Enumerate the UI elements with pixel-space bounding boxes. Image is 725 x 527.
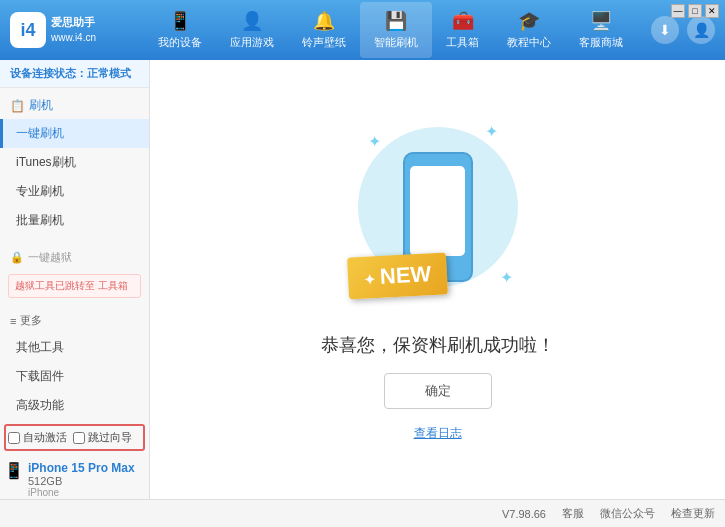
sidebar-item-itunes-flash[interactable]: iTunes刷机 bbox=[0, 148, 149, 177]
ringtones-icon: 🔔 bbox=[313, 10, 335, 32]
sidebar-item-other-tools[interactable]: 其他工具 bbox=[0, 333, 149, 362]
minimize-button[interactable]: — bbox=[671, 4, 685, 18]
phone-screen bbox=[410, 166, 465, 256]
version-label: V7.98.66 bbox=[502, 508, 546, 520]
log-link[interactable]: 查看日志 bbox=[414, 425, 462, 442]
sidebar-item-one-key-flash[interactable]: 一键刷机 bbox=[0, 119, 149, 148]
sidebar-warning: 越狱工具已跳转至 工具箱 bbox=[8, 274, 141, 298]
lock-icon: 🔒 bbox=[10, 251, 24, 264]
device-name: iPhone 15 Pro Max bbox=[28, 461, 135, 475]
tab-ringtones[interactable]: 🔔 铃声壁纸 bbox=[288, 2, 360, 58]
close-button[interactable]: ✕ bbox=[705, 4, 719, 18]
sparkle-icon-3: ✦ bbox=[500, 268, 513, 287]
nav-tabs: 📱 我的设备 👤 应用游戏 🔔 铃声壁纸 💾 智能刷机 🧰 工具箱 🎓 bbox=[130, 2, 651, 58]
auto-options-container: 自动激活 跳过向导 bbox=[4, 424, 145, 451]
device-details: iPhone 15 Pro Max 512GB iPhone bbox=[28, 461, 135, 498]
maximize-button[interactable]: □ bbox=[688, 4, 702, 18]
sidebar: 设备连接状态：正常模式 📋 刷机 一键刷机 iTunes刷机 专业刷机 批量刷机… bbox=[0, 60, 150, 499]
phone-illustration: ✦ ✦ ✦ NEW bbox=[358, 117, 518, 317]
header-actions: ⬇ 👤 bbox=[651, 16, 715, 44]
header: i4 爱思助手 www.i4.cn 📱 我的设备 👤 应用游戏 🔔 铃声壁纸 💾… bbox=[0, 0, 725, 60]
auto-activate-input[interactable] bbox=[8, 432, 20, 444]
logo-text: 爱思助手 www.i4.cn bbox=[51, 15, 96, 44]
tab-tutorial[interactable]: 🎓 教程中心 bbox=[493, 2, 565, 58]
my-device-icon: 📱 bbox=[169, 10, 191, 32]
main-layout: 设备连接状态：正常模式 📋 刷机 一键刷机 iTunes刷机 专业刷机 批量刷机… bbox=[0, 60, 725, 499]
sidebar-item-advanced[interactable]: 高级功能 bbox=[0, 391, 149, 420]
tab-toolbox[interactable]: 🧰 工具箱 bbox=[432, 2, 493, 58]
service-icon: 🖥️ bbox=[590, 10, 612, 32]
more-section-header: ≡ 更多 bbox=[0, 308, 149, 333]
confirm-button[interactable]: 确定 bbox=[384, 373, 492, 409]
footer-wechat[interactable]: 微信公众号 bbox=[600, 506, 655, 521]
tab-my-device[interactable]: 📱 我的设备 bbox=[144, 2, 216, 58]
sparkle-icon-1: ✦ bbox=[368, 132, 381, 151]
smart-flash-icon: 💾 bbox=[385, 10, 407, 32]
flash-section: 📋 刷机 一键刷机 iTunes刷机 专业刷机 批量刷机 bbox=[0, 88, 149, 239]
content-area: ✦ ✦ ✦ NEW 恭喜您，保资料刷机成功啦！ 确定 查看日志 bbox=[150, 60, 725, 499]
tab-smart-flash[interactable]: 💾 智能刷机 bbox=[360, 2, 432, 58]
device-phone-icon: 📱 bbox=[4, 461, 24, 480]
tab-apps-games[interactable]: 👤 应用游戏 bbox=[216, 2, 288, 58]
flash-section-icon: 📋 bbox=[10, 99, 25, 113]
sidebar-item-pro-flash[interactable]: 专业刷机 bbox=[0, 177, 149, 206]
user-button[interactable]: 👤 bbox=[687, 16, 715, 44]
success-message: 恭喜您，保资料刷机成功啦！ bbox=[321, 333, 555, 357]
sidebar-item-batch-flash[interactable]: 批量刷机 bbox=[0, 206, 149, 235]
toolbox-icon: 🧰 bbox=[452, 10, 474, 32]
sparkle-icon-2: ✦ bbox=[485, 122, 498, 141]
tab-service[interactable]: 🖥️ 客服商城 bbox=[565, 2, 637, 58]
footer-check-update[interactable]: 检查更新 bbox=[671, 506, 715, 521]
footer: V7.98.66 客服 微信公众号 检查更新 bbox=[0, 499, 725, 527]
sidebar-disabled-jailbreak: 🔒 一键越狱 bbox=[0, 245, 149, 270]
footer-customer-service[interactable]: 客服 bbox=[562, 506, 584, 521]
time-guide-checkbox[interactable]: 跳过向导 bbox=[73, 430, 132, 445]
window-controls: — □ ✕ bbox=[671, 4, 719, 18]
auto-activate-checkbox[interactable]: 自动激活 bbox=[8, 430, 67, 445]
download-button[interactable]: ⬇ bbox=[651, 16, 679, 44]
logo-icon: i4 bbox=[10, 12, 46, 48]
device-info: 📱 iPhone 15 Pro Max 512GB iPhone bbox=[0, 455, 149, 499]
new-badge: NEW bbox=[346, 252, 447, 299]
sidebar-item-download-firmware[interactable]: 下载固件 bbox=[0, 362, 149, 391]
device-type: iPhone bbox=[28, 487, 135, 498]
logo: i4 爱思助手 www.i4.cn bbox=[10, 12, 130, 48]
tutorial-icon: 🎓 bbox=[518, 10, 540, 32]
connection-status: 设备连接状态：正常模式 bbox=[0, 60, 149, 88]
more-icon: ≡ bbox=[10, 315, 16, 327]
time-guide-input[interactable] bbox=[73, 432, 85, 444]
device-storage: 512GB bbox=[28, 475, 135, 487]
apps-icon: 👤 bbox=[241, 10, 263, 32]
flash-section-header: 📋 刷机 bbox=[0, 92, 149, 119]
